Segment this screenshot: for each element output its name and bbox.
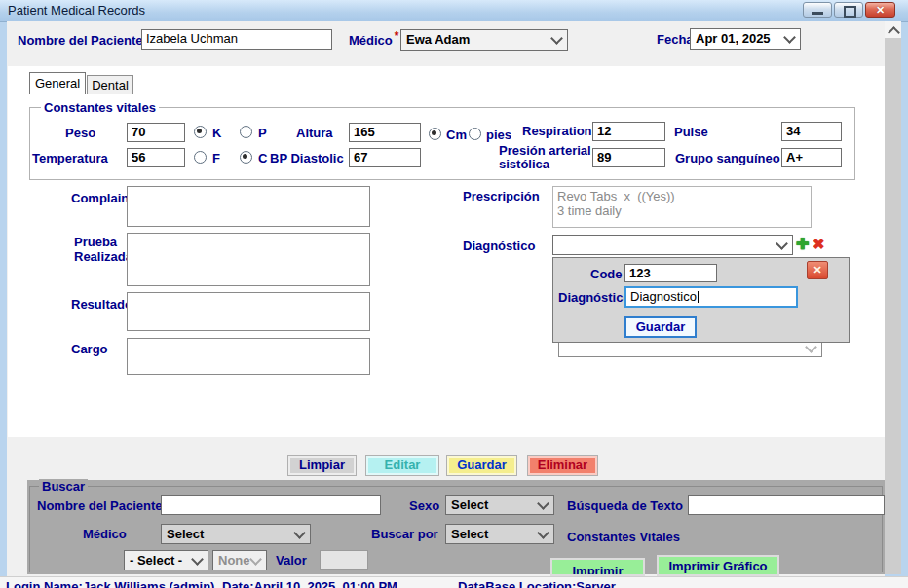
- medico-select[interactable]: Ewa Adam: [400, 29, 568, 51]
- diagnostico-label: Diagnóstico: [463, 239, 535, 253]
- eliminar-button[interactable]: Eliminar: [527, 455, 598, 476]
- busqueda-texto-input[interactable]: [688, 495, 885, 515]
- buscar-por-select[interactable]: Select: [445, 524, 554, 544]
- altura-unit-pies-label: pies: [486, 128, 511, 142]
- pulse-input[interactable]: 34: [781, 122, 842, 141]
- grupo-sanguineo-input[interactable]: A+: [781, 148, 842, 167]
- chevron-down-icon: [537, 527, 549, 539]
- prescripcion-textarea[interactable]: Revo Tabs x ((Yes)) 3 time daily: [552, 186, 812, 228]
- presion-sistolica-label: Presión arterial sistólica: [499, 144, 591, 171]
- editar-button[interactable]: Editar: [365, 455, 439, 476]
- medico-label: Médico*: [349, 33, 398, 48]
- app-window: Patient Medical Records ✕ Nombre del Pac…: [0, 0, 908, 588]
- peso-unit-k-radio[interactable]: [194, 126, 207, 138]
- minimize-icon: [812, 12, 823, 15]
- respiration-input[interactable]: 12: [592, 122, 665, 141]
- title-bar: Patient Medical Records ✕: [0, 0, 908, 22]
- maximize-button[interactable]: [834, 2, 863, 18]
- chevron-down-icon: [537, 497, 549, 510]
- cargo-textarea[interactable]: [127, 338, 370, 375]
- close-icon: ✕: [813, 264, 821, 276]
- sexo-label: Sexo: [409, 498, 439, 513]
- close-icon: ✕: [866, 3, 894, 18]
- fecha-label: Fecha: [657, 32, 694, 47]
- temp-unit-c-radio[interactable]: [240, 151, 252, 164]
- cargo-label: Cargo: [71, 342, 108, 356]
- altura-input[interactable]: 165: [349, 123, 421, 142]
- popup-diagnostico-input[interactable]: Diagnostico: [624, 286, 798, 308]
- field-select[interactable]: - Select -: [124, 550, 208, 570]
- tab-general[interactable]: General: [29, 72, 86, 94]
- busqueda-texto-label: Búsqueda de Texto: [567, 498, 683, 513]
- temp-unit-c-label: C: [258, 151, 267, 165]
- imprimir-grafico-button[interactable]: Imprimir Gráfico: [657, 555, 779, 576]
- popup-close-button[interactable]: ✕: [807, 261, 828, 279]
- chevron-down-icon: [191, 553, 204, 566]
- diagnostico-popup: ✕ Code* 123 Diagnóstico* Diagnostico Gua…: [552, 257, 850, 343]
- pulse-label: Pulse: [674, 125, 708, 139]
- temp-unit-f-label: F: [212, 151, 220, 165]
- buscar-group-title: Buscar: [39, 479, 88, 494]
- temperatura-label: Temperatura: [32, 151, 108, 165]
- altura-unit-cm-radio[interactable]: [429, 128, 441, 140]
- altura-label: Altura: [296, 126, 333, 140]
- sexo-select[interactable]: Select: [445, 495, 554, 515]
- respiration-label: Respiration: [522, 124, 592, 138]
- maximize-icon: [844, 6, 856, 18]
- altura-unit-pies-radio[interactable]: [469, 128, 481, 140]
- resultados-textarea[interactable]: [127, 292, 370, 331]
- status-bar: Login Name:Jack Williams (admin) Date:Ap…: [0, 576, 908, 588]
- guardar-button[interactable]: Guardar: [446, 455, 517, 476]
- minimize-button[interactable]: [803, 2, 832, 18]
- grupo-sanguineo-label: Grupo sanguíneo: [675, 151, 780, 165]
- buscar-patient-name-input[interactable]: [161, 495, 381, 515]
- buscar-por-label: Buscar por: [371, 527, 438, 541]
- fecha-datepicker[interactable]: Apr 01, 2025: [690, 28, 801, 50]
- bp-diastolic-label: BP Diastolic: [270, 151, 344, 165]
- peso-input[interactable]: 70: [127, 123, 185, 142]
- chevron-down-icon: [805, 341, 817, 353]
- status-database: DataBase Location:Server: [458, 579, 616, 588]
- vitals-groupbox: [29, 107, 855, 180]
- peso-unit-p-radio[interactable]: [240, 126, 252, 138]
- vitals-group-title: Constantes vitales: [41, 100, 159, 115]
- peso-unit-p-label: P: [258, 126, 267, 140]
- limpiar-button[interactable]: Limpiar: [287, 455, 357, 476]
- peso-label: Peso: [65, 126, 95, 140]
- chevron-up-icon: [888, 26, 900, 39]
- tab-dental[interactable]: Dental: [87, 75, 133, 94]
- status-login: Login Name:Jack Williams (admin): [6, 579, 214, 588]
- buscar-medico-select[interactable]: Select: [161, 524, 311, 544]
- code-input[interactable]: 123: [624, 264, 717, 282]
- chevron-down-icon: [293, 527, 306, 539]
- diagnostico-select[interactable]: [552, 235, 793, 255]
- vertical-scrollbar[interactable]: [885, 21, 901, 574]
- altura-unit-cm-label: Cm: [446, 128, 467, 142]
- buscar-medico-label: Médico: [83, 527, 127, 541]
- temp-unit-f-radio[interactable]: [194, 151, 207, 164]
- chevron-down-icon: [776, 238, 788, 250]
- prueba-realizada-textarea[interactable]: [127, 233, 370, 286]
- chevron-down-icon: [249, 553, 262, 566]
- add-diagnostico-icon[interactable]: ✚: [796, 237, 809, 252]
- bp-diastolic-input[interactable]: 67: [349, 148, 421, 167]
- close-button[interactable]: ✕: [865, 2, 895, 18]
- popup-guardar-button[interactable]: Guardar: [624, 316, 697, 338]
- imprimir-button[interactable]: Imprimir: [550, 558, 645, 576]
- presion-sistolica-input[interactable]: 89: [592, 148, 665, 167]
- temperatura-input[interactable]: 56: [127, 148, 185, 167]
- valor-input[interactable]: [320, 550, 368, 570]
- code-label: Code*: [590, 267, 628, 281]
- peso-unit-k-label: K: [212, 126, 221, 140]
- chevron-down-icon: [550, 32, 563, 45]
- window-title: Patient Medical Records: [8, 3, 145, 18]
- text-cursor: [698, 291, 699, 303]
- patient-name-input[interactable]: Izabela Uchman: [141, 29, 332, 50]
- complaints-textarea[interactable]: [127, 186, 370, 227]
- prescripcion-label: Prescripción: [463, 189, 540, 203]
- scroll-up-button[interactable]: [885, 21, 901, 38]
- status-date: Date:April 10, 2025, 01:00 PM: [222, 579, 397, 588]
- none-select[interactable]: None: [212, 550, 267, 570]
- delete-diagnostico-icon[interactable]: ✖: [813, 237, 825, 252]
- valor-label: Valor: [276, 553, 307, 568]
